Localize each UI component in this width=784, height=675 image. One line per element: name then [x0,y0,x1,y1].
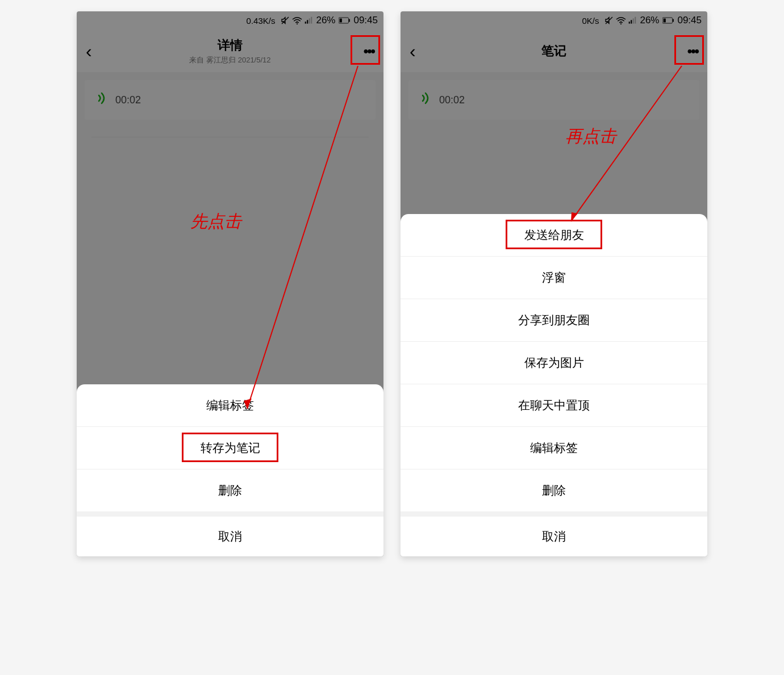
sheet-item[interactable]: 发送给朋友 [401,214,707,257]
sheet-item[interactable]: 转存为笔记 [77,427,383,469]
sheet-item[interactable]: 分享到朋友圈 [401,299,707,342]
sheet-item[interactable]: 删除 [77,469,383,512]
phone-left: 0.43K/s 26% 09:45 ‹ 详情 来自 雾江思归 2021/5/12… [77,11,383,556]
sheet-item[interactable]: 编辑标签 [401,427,707,469]
sheet-cancel[interactable]: 取消 [401,512,707,556]
sheet-item[interactable]: 浮窗 [401,257,707,299]
highlight-item [182,433,278,462]
phone-right: 0K/s 26% 09:45 ‹ 笔记 ••• 00:02 发送给朋友浮窗分享到… [401,11,707,556]
action-sheet: 发送给朋友浮窗分享到朋友圈保存为图片在聊天中置顶编辑标签删除取消 [401,214,707,556]
action-sheet: 编辑标签转存为笔记删除取消 [77,384,383,556]
sheet-item[interactable]: 编辑标签 [77,384,383,427]
sheet-item[interactable]: 在聊天中置顶 [401,384,707,427]
sheet-item[interactable]: 删除 [401,469,707,512]
sheet-item[interactable]: 保存为图片 [401,342,707,384]
sheet-cancel[interactable]: 取消 [77,512,383,556]
highlight-item [506,220,602,249]
